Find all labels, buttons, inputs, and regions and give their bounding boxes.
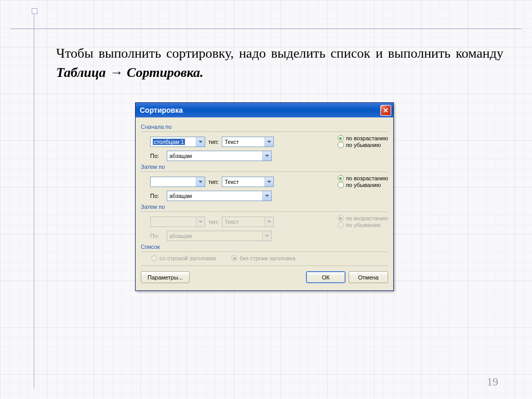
type-label: тип: <box>208 139 219 145</box>
by-label: По: <box>150 233 164 239</box>
chevron-down-icon <box>264 217 273 227</box>
sort3-by-combo: абзацам <box>167 231 272 241</box>
sort1-type-combo[interactable]: Текст <box>222 137 274 147</box>
radio-icon <box>338 215 344 221</box>
sort3-asc-radio: по возрастанию <box>338 215 388 221</box>
params-button[interactable]: Параметры... <box>141 271 190 283</box>
radio-icon <box>338 182 344 188</box>
ok-button[interactable]: ОК <box>306 271 345 283</box>
group3-label: Затем по <box>141 204 388 210</box>
sort3-type-combo: Текст <box>222 217 274 227</box>
chevron-down-icon[interactable] <box>262 191 271 201</box>
by-label: По: <box>150 193 164 199</box>
sort2-by-combo[interactable]: абзацам <box>167 191 272 201</box>
radio-icon <box>338 222 344 228</box>
type-label: тип: <box>208 219 219 225</box>
sort-dialog: Сортировка ✕ Сначала по столбцам 1 тип: … <box>135 102 394 291</box>
radio-icon <box>231 255 237 261</box>
sort1-asc-radio[interactable]: по возрастанию <box>338 135 388 141</box>
chevron-down-icon[interactable] <box>264 137 273 147</box>
sort3-field-combo <box>150 217 205 227</box>
list-group-label: Список <box>141 244 388 250</box>
chevron-down-icon <box>196 217 205 227</box>
close-icon: ✕ <box>383 107 389 114</box>
titlebar[interactable]: Сортировка ✕ <box>136 103 393 117</box>
radio-icon <box>338 135 344 141</box>
sort1-desc-radio[interactable]: по убыванию <box>338 142 388 148</box>
chevron-down-icon[interactable] <box>196 137 205 147</box>
page-number: 19 <box>487 375 498 389</box>
sort2-type-combo[interactable]: Текст <box>222 177 274 187</box>
sort2-field-combo[interactable] <box>150 177 205 187</box>
without-header-radio: без строки заголовка <box>231 255 295 261</box>
chevron-down-icon[interactable] <box>196 177 205 187</box>
chevron-down-icon <box>262 231 271 241</box>
chevron-down-icon[interactable] <box>262 151 271 161</box>
dialog-title: Сортировка <box>140 106 380 114</box>
radio-icon <box>151 255 157 261</box>
sort2-desc-radio[interactable]: по убыванию <box>338 182 388 188</box>
sort1-by-combo[interactable]: абзацам <box>167 151 272 161</box>
chevron-down-icon[interactable] <box>264 177 273 187</box>
sort2-asc-radio[interactable]: по возрастанию <box>338 175 388 181</box>
by-label: По: <box>150 153 164 159</box>
radio-icon <box>338 142 344 148</box>
group1-label: Сначала по <box>141 124 388 130</box>
instruction-text: Чтобы выполнить сортировку, надо выделит… <box>56 44 503 83</box>
radio-icon <box>338 175 344 181</box>
group2-label: Затем по <box>141 164 388 170</box>
sort3-desc-radio: по убыванию <box>338 222 388 228</box>
cancel-button[interactable]: Отмена <box>349 271 388 283</box>
with-header-radio: со строкой заголовка <box>151 255 216 261</box>
type-label: тип: <box>208 179 219 185</box>
sort1-field-combo[interactable]: столбцам 1 <box>150 137 205 147</box>
close-button[interactable]: ✕ <box>380 105 391 116</box>
